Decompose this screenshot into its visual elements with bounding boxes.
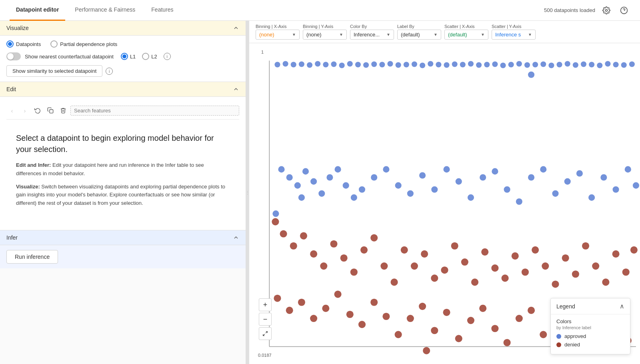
svg-point-135 — [407, 315, 414, 322]
svg-point-145 — [528, 307, 535, 314]
svg-point-74 — [492, 168, 498, 174]
svg-line-157 — [263, 334, 265, 336]
y-tick-bottom: 0.0187 — [258, 353, 272, 358]
svg-point-134 — [395, 331, 402, 338]
svg-point-44 — [581, 61, 586, 67]
delete-button[interactable] — [58, 105, 69, 116]
svg-point-67 — [407, 190, 414, 197]
svg-point-80 — [564, 178, 571, 185]
svg-point-113 — [532, 246, 539, 254]
similarity-button[interactable]: Show similarity to selected datapoint — [6, 65, 102, 77]
tab-datapoint-editor[interactable]: Datapoint editor — [10, 0, 65, 21]
svg-point-143 — [504, 339, 511, 346]
binning-x-select[interactable]: (none) ▼ — [256, 30, 300, 40]
legend-panel: Legend ∧ Colors by Inference label appro… — [550, 298, 630, 354]
svg-point-140 — [467, 317, 474, 324]
svg-point-106 — [461, 258, 468, 266]
svg-point-63 — [359, 186, 365, 193]
legend-collapse-button[interactable]: ∧ — [620, 302, 624, 310]
label-by-label: Label By — [397, 24, 441, 29]
empty-state: Select a datapoint to begin exploring mo… — [6, 120, 239, 225]
svg-point-83 — [600, 174, 607, 180]
svg-point-68 — [419, 172, 426, 178]
svg-point-78 — [540, 166, 546, 172]
infer-header[interactable]: Infer — [0, 230, 246, 245]
svg-point-46 — [597, 62, 602, 68]
binning-x-group: Binning | X-Axis (none) ▼ — [256, 24, 300, 40]
color-by-select[interactable]: Inference... ▼ — [350, 30, 394, 40]
radio-datapoints[interactable]: Datapoints — [6, 40, 41, 48]
duplicate-button[interactable] — [45, 105, 56, 116]
panel-divider[interactable]: ⋮ — [246, 21, 249, 364]
fit-screen-button[interactable] — [259, 327, 272, 340]
gear-icon — [602, 6, 610, 14]
svg-point-122 — [622, 268, 630, 276]
help-button[interactable] — [618, 4, 630, 17]
svg-point-142 — [491, 325, 498, 332]
svg-point-93 — [330, 240, 337, 248]
l2-option[interactable]: L2 — [142, 53, 157, 60]
settings-button[interactable] — [600, 4, 613, 17]
svg-point-117 — [572, 270, 579, 278]
l1-option[interactable]: L1 — [121, 53, 136, 60]
radio-partial-dep[interactable]: Partial dependence plots — [50, 40, 117, 48]
svg-point-98 — [380, 262, 388, 270]
scatter-x-label: Scatter | X-Axis — [444, 24, 488, 29]
svg-point-82 — [588, 194, 595, 201]
svg-point-75 — [504, 186, 510, 193]
l-info-icon[interactable]: i — [164, 53, 171, 60]
svg-point-89 — [290, 242, 297, 250]
svg-point-58 — [318, 190, 325, 197]
counterfactual-toggle[interactable] — [6, 52, 21, 60]
infer-section: Infer Run inference — [0, 230, 246, 268]
y-tick-top: 1 — [261, 50, 264, 54]
svg-point-17 — [363, 62, 369, 68]
svg-point-114 — [542, 262, 549, 270]
history-button[interactable] — [32, 105, 43, 116]
scatter-y-arrow: ▼ — [528, 32, 532, 37]
visualize-header[interactable]: Visualize — [0, 21, 246, 36]
svg-point-42 — [565, 61, 570, 66]
scatter-x-select[interactable]: (default) ▼ — [444, 30, 488, 40]
zoom-out-button[interactable]: − — [259, 313, 272, 326]
svg-point-97 — [370, 234, 378, 242]
svg-point-77 — [528, 174, 534, 180]
svg-point-79 — [552, 190, 558, 197]
scatter-area: 1 0.0187 — [249, 43, 640, 364]
svg-point-7 — [283, 61, 288, 66]
svg-point-53 — [286, 174, 293, 180]
svg-point-64 — [371, 174, 377, 180]
svg-point-154 — [423, 347, 430, 354]
svg-point-61 — [343, 182, 349, 189]
svg-point-45 — [589, 62, 594, 67]
tab-performance-fairness[interactable]: Performance & Fairness — [68, 0, 142, 21]
nav-right: 500 datapoints loaded — [544, 4, 630, 17]
scatter-x-arrow: ▼ — [481, 32, 485, 37]
undo-next-button[interactable]: › — [19, 105, 30, 116]
label-by-select[interactable]: (default) ▼ — [397, 30, 441, 40]
svg-point-90 — [300, 232, 307, 240]
similarity-info-icon[interactable]: i — [106, 68, 113, 75]
denied-label: denied — [564, 342, 580, 348]
svg-point-119 — [592, 262, 599, 270]
run-inference-button[interactable]: Run inference — [6, 250, 58, 264]
edit-header[interactable]: Edit — [0, 82, 246, 97]
svg-point-36 — [516, 61, 522, 66]
scatter-y-group: Scatter | Y-Axis Inference s ▼ — [492, 24, 536, 40]
svg-point-27 — [444, 62, 449, 68]
search-features-input[interactable] — [70, 106, 239, 116]
radio-row: Datapoints Partial dependence plots — [6, 40, 239, 48]
visualize-section: Visualize Datapoints Partial dependence … — [0, 21, 246, 82]
tab-features[interactable]: Features — [145, 0, 180, 21]
svg-point-118 — [582, 242, 589, 250]
svg-point-71 — [456, 178, 462, 185]
empty-state-para1: Edit and Infer: Edit your datapoint here… — [16, 161, 230, 178]
svg-point-94 — [340, 254, 348, 262]
scatter-y-select[interactable]: Inference s ▼ — [492, 30, 536, 40]
binning-y-group: Binning | Y-Axis (none) ▼ — [303, 24, 347, 40]
undo-prev-button[interactable]: ‹ — [6, 105, 18, 116]
denied-dot — [556, 342, 561, 347]
binning-y-select[interactable]: (none) ▼ — [303, 30, 347, 40]
binning-x-label: Binning | X-Axis — [256, 24, 300, 29]
zoom-in-button[interactable]: + — [259, 298, 272, 311]
